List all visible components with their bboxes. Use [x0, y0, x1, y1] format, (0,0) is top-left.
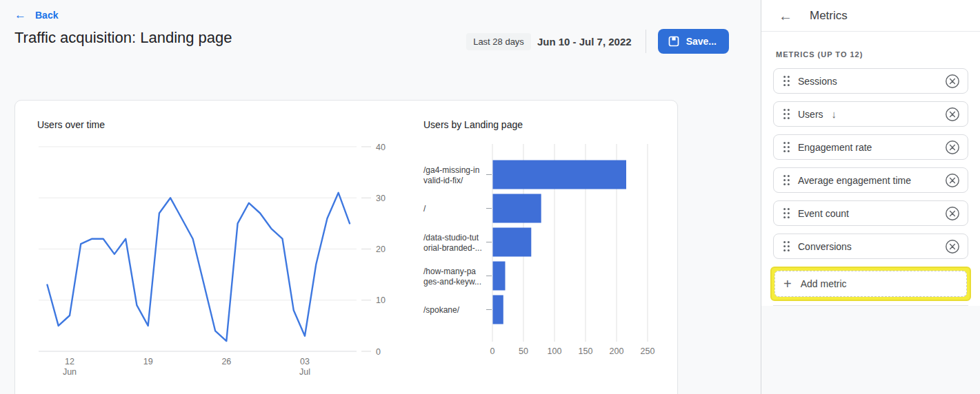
metrics-panel: ← Metrics METRICS (UP TO 12) Sessions Us… — [761, 0, 980, 394]
plus-icon: + — [783, 277, 792, 291]
svg-text:/ga4-missing-in: /ga4-missing-in — [423, 165, 479, 175]
sort-descending-icon: ↓ — [832, 108, 837, 120]
svg-text:/spokane/: /spokane/ — [423, 305, 460, 315]
remove-metric-icon[interactable] — [945, 107, 960, 122]
svg-text:50: 50 — [519, 346, 528, 356]
metric-item[interactable]: Users ↓ — [773, 101, 968, 127]
svg-text:/how-many-pa: /how-many-pa — [423, 267, 476, 276]
svg-text:0: 0 — [490, 346, 495, 356]
svg-text:200: 200 — [610, 346, 624, 356]
svg-text:12: 12 — [65, 357, 74, 366]
metric-item[interactable]: Average engagement time — [773, 167, 968, 193]
add-metric-label: Add metric — [801, 278, 847, 289]
add-metric-button[interactable]: + Add metric — [774, 271, 967, 297]
drag-handle-icon[interactable] — [783, 207, 790, 219]
main-area: ← Back Traffic acquisition: Landing page… — [0, 0, 761, 394]
users-over-time-chart: 01020304012Jun192603Jul — [28, 138, 401, 390]
svg-text:0: 0 — [376, 347, 381, 357]
line-chart-title: Users over time — [37, 119, 105, 130]
svg-text:150: 150 — [579, 346, 593, 356]
svg-text:Jun: Jun — [63, 367, 77, 377]
remove-metric-icon[interactable] — [945, 140, 960, 155]
page-title: Traffic acquisition: Landing page — [14, 29, 232, 47]
metric-item[interactable]: Event count — [773, 200, 968, 226]
panel-back-arrow-icon[interactable]: ← — [779, 9, 792, 23]
remove-metric-icon[interactable] — [945, 173, 960, 188]
drag-handle-icon[interactable] — [783, 108, 790, 120]
remove-metric-icon[interactable] — [945, 74, 960, 89]
svg-text:250: 250 — [641, 346, 655, 356]
save-floppy-icon — [668, 36, 679, 47]
drag-handle-icon[interactable] — [783, 75, 790, 87]
svg-text:30: 30 — [376, 194, 386, 203]
back-arrow-icon: ← — [14, 9, 26, 21]
svg-text:100: 100 — [548, 346, 562, 356]
header-divider — [646, 30, 646, 53]
svg-text:/: / — [423, 204, 426, 214]
charts-card: Users over time Users by Landing page 01… — [14, 100, 678, 394]
users-by-landing-page-chart: 050100150200250/ga4-missing-invalid-id-f… — [421, 138, 680, 359]
svg-text:26: 26 — [221, 357, 231, 366]
remove-metric-icon[interactable] — [945, 239, 960, 254]
svg-text:ges-and-keyw...: ges-and-keyw... — [423, 277, 481, 287]
svg-text:19: 19 — [143, 357, 153, 366]
svg-text:40: 40 — [376, 143, 386, 152]
panel-title: Metrics — [810, 9, 848, 23]
remove-metric-icon[interactable] — [945, 206, 960, 221]
save-button-label: Save... — [686, 36, 717, 47]
metric-item[interactable]: Sessions — [773, 68, 968, 94]
app-root: ← Back Traffic acquisition: Landing page… — [0, 0, 980, 394]
add-metric-highlight: + Add metric — [770, 267, 971, 301]
date-range-value[interactable]: Jun 10 - Jul 7, 2022 — [537, 36, 632, 48]
metric-label: Engagement rate — [798, 142, 872, 153]
svg-text:10: 10 — [376, 296, 386, 305]
svg-text:valid-id-fix/: valid-id-fix/ — [423, 176, 463, 185]
save-button[interactable]: Save... — [658, 29, 729, 54]
svg-text:03: 03 — [300, 357, 310, 366]
metric-list: Sessions Users ↓ Engagement rate — [773, 68, 968, 259]
panel-empty-area — [761, 306, 980, 394]
drag-handle-icon[interactable] — [783, 174, 790, 186]
svg-text:Jul: Jul — [299, 367, 310, 377]
date-preset-badge: Last 28 days — [466, 33, 531, 50]
metric-item[interactable]: Engagement rate — [773, 134, 968, 160]
metrics-section-label: METRICS (UP TO 12) — [776, 50, 966, 59]
metric-label: Sessions — [798, 76, 837, 87]
panel-header: ← Metrics — [761, 0, 980, 32]
bar-chart-title: Users by Landing page — [423, 119, 523, 130]
svg-text:20: 20 — [376, 245, 386, 254]
svg-text:/data-studio-tut: /data-studio-tut — [423, 233, 479, 242]
metric-label: Average engagement time — [798, 175, 911, 186]
back-link[interactable]: ← Back — [14, 9, 58, 21]
drag-handle-icon[interactable] — [783, 141, 790, 153]
panel-body: METRICS (UP TO 12) Sessions Users ↓ — [761, 32, 980, 306]
header-right-controls: Last 28 days Jun 10 - Jul 7, 2022 Save..… — [466, 29, 729, 54]
metric-label: Conversions — [798, 241, 852, 252]
back-link-label: Back — [35, 10, 58, 21]
svg-text:orial-branded-...: orial-branded-... — [423, 243, 482, 253]
metric-label: Users — [798, 109, 823, 120]
drag-handle-icon[interactable] — [783, 240, 790, 252]
metric-label: Event count — [798, 208, 849, 219]
metric-item[interactable]: Conversions — [773, 234, 968, 259]
